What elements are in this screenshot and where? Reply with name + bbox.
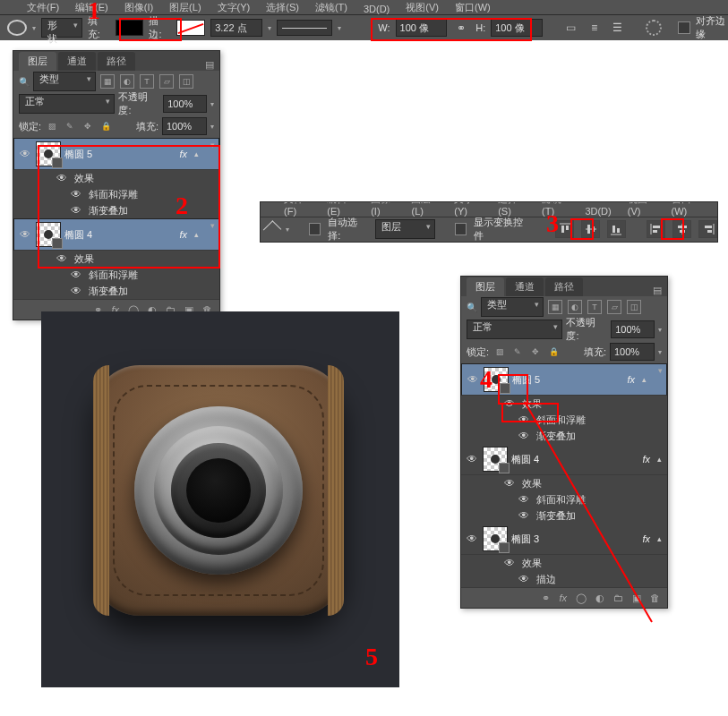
visibility-icon[interactable]: 👁	[55, 252, 69, 265]
filter-type-icon[interactable]: T	[587, 300, 602, 314]
layer-thumbnail[interactable]	[36, 141, 61, 166]
menu-item[interactable]: 编辑(E)	[75, 1, 108, 14]
layer-effect[interactable]: 👁渐变叠加	[13, 202, 219, 218]
tab-layers[interactable]: 图层	[467, 277, 504, 296]
gear-icon[interactable]	[646, 20, 662, 36]
lock-all-icon[interactable]: 🔒	[99, 120, 112, 132]
layer-row[interactable]: 👁椭圆 5fx▴	[13, 138, 219, 170]
filter-pixel-icon[interactable]: ▦	[548, 300, 562, 314]
layer-name[interactable]: 椭圆 3	[511, 533, 638, 546]
align-left-icon[interactable]	[647, 220, 665, 238]
auto-select-target[interactable]: 图层	[375, 219, 435, 239]
layer-effect[interactable]: 👁效果	[461, 475, 667, 491]
visibility-icon[interactable]: 👁	[465, 533, 479, 545]
menu-item[interactable]: 窗口(W)	[455, 1, 491, 14]
align-bottom-icon[interactable]	[607, 220, 626, 238]
link-layers-icon[interactable]: ⚭	[542, 592, 550, 604]
lock-transparent-icon[interactable]: ▨	[493, 345, 506, 358]
tab-channels[interactable]: 通道	[506, 277, 544, 296]
visibility-icon[interactable]: 👁	[502, 557, 517, 569]
layer-effect[interactable]: 👁效果	[461, 555, 667, 571]
lock-all-icon[interactable]: 🔒	[547, 345, 560, 358]
filter-adjust-icon[interactable]: ◐	[568, 300, 582, 314]
delete-layer-icon[interactable]: 🗑	[650, 592, 660, 603]
layer-effect[interactable]: 👁渐变叠加	[461, 428, 667, 444]
layer-mask-icon[interactable]: ◯	[576, 592, 587, 604]
layer-name[interactable]: 椭圆 4	[511, 453, 638, 466]
layer-name[interactable]: 椭圆 5	[512, 373, 623, 387]
move-tool-icon[interactable]	[263, 220, 282, 239]
layer-effect[interactable]: 👁描边	[461, 571, 667, 587]
stroke-swatch[interactable]	[176, 20, 205, 36]
layer-effect[interactable]: 👁斜面和浮雕	[461, 491, 667, 507]
width-field[interactable]: 100 像	[396, 19, 448, 37]
blend-mode-select[interactable]: 正常	[19, 94, 115, 114]
opacity-field[interactable]: 100%	[163, 95, 207, 113]
visibility-icon[interactable]: 👁	[502, 397, 517, 410]
lock-pixels-icon[interactable]: ✎	[511, 345, 524, 358]
align-hcenter-icon[interactable]	[672, 220, 691, 238]
show-transform-checkbox[interactable]	[455, 223, 467, 235]
tab-paths[interactable]: 路径	[545, 277, 583, 296]
visibility-icon[interactable]: 👁	[517, 509, 531, 522]
stroke-style-preview[interactable]	[277, 20, 332, 36]
menu-item[interactable]: 文件(F)	[27, 1, 59, 14]
fx-indicator[interactable]: fx	[179, 229, 187, 240]
lock-position-icon[interactable]: ✥	[529, 345, 542, 358]
visibility-icon[interactable]: 👁	[18, 228, 32, 241]
menu-item[interactable]: 3D(D)	[364, 4, 390, 14]
ellipse-tool-icon[interactable]	[7, 20, 27, 36]
fx-indicator[interactable]: fx	[627, 374, 635, 385]
stroke-width-field[interactable]: 3.22 点	[210, 19, 262, 37]
layer-thumbnail[interactable]	[484, 367, 509, 392]
filter-shape-icon[interactable]: ▱	[159, 74, 174, 89]
layer-name[interactable]: 椭圆 5	[64, 148, 176, 161]
path-ops-icon[interactable]: ▭	[562, 19, 580, 37]
layer-row[interactable]: 👁椭圆 4fx▴	[13, 218, 219, 251]
fx-indicator[interactable]: fx	[642, 454, 650, 465]
lock-transparent-icon[interactable]: ▨	[46, 120, 58, 132]
fill-opacity-field[interactable]: 100%	[610, 343, 655, 361]
menu-item[interactable]: 文字(Y)	[218, 1, 251, 14]
menu-item[interactable]: 选择(S)	[266, 1, 299, 14]
layer-effect[interactable]: 👁斜面和浮雕	[13, 186, 219, 202]
visibility-icon[interactable]: 👁	[55, 172, 69, 184]
fx-indicator[interactable]: fx	[179, 149, 187, 159]
link-wh-icon[interactable]: ⚭	[452, 19, 470, 37]
blend-mode-select[interactable]: 正常	[467, 320, 562, 339]
fill-swatch[interactable]	[116, 20, 144, 36]
layer-thumbnail[interactable]	[36, 222, 61, 247]
layer-effect[interactable]: 👁渐变叠加	[13, 283, 219, 299]
visibility-icon[interactable]: 👁	[517, 493, 531, 506]
path-arrange-icon[interactable]: ☰	[609, 19, 627, 37]
layer-name[interactable]: 椭圆 4	[64, 228, 176, 242]
filter-adjust-icon[interactable]: ◐	[120, 74, 134, 89]
layer-effect[interactable]: 👁渐变叠加	[461, 507, 667, 524]
visibility-icon[interactable]: 👁	[465, 453, 479, 465]
layer-fx-icon[interactable]: fx	[559, 592, 567, 603]
align-top-icon[interactable]	[555, 220, 574, 238]
layer-thumbnail[interactable]	[483, 447, 508, 472]
opacity-field[interactable]: 100%	[611, 320, 655, 338]
panel-menu-icon[interactable]: ▤	[205, 59, 214, 71]
menu-item[interactable]: 视图(V)	[406, 1, 439, 14]
shape-mode-select[interactable]: 形状	[41, 18, 82, 38]
layer-effect[interactable]: 👁效果	[13, 170, 219, 186]
lock-position-icon[interactable]: ✥	[81, 120, 94, 132]
filter-type-select[interactable]: 类型	[33, 72, 96, 91]
tab-channels[interactable]: 通道	[58, 52, 96, 71]
layer-effect[interactable]: 👁效果	[461, 396, 667, 412]
auto-select-checkbox[interactable]	[309, 223, 321, 235]
filter-shape-icon[interactable]: ▱	[607, 300, 621, 314]
align-right-icon[interactable]	[698, 220, 717, 238]
fx-indicator[interactable]: fx	[642, 533, 650, 544]
filter-type-icon[interactable]: T	[140, 74, 154, 89]
lock-pixels-icon[interactable]: ✎	[64, 120, 76, 132]
visibility-icon[interactable]: 👁	[69, 188, 83, 200]
visibility-icon[interactable]: 👁	[517, 573, 531, 585]
menu-item[interactable]: 滤镜(T)	[315, 1, 347, 14]
path-align-icon[interactable]: ≡	[586, 19, 604, 37]
filter-type-select[interactable]: 类型	[481, 297, 544, 317]
layer-row[interactable]: 👁椭圆 5fx▴	[461, 363, 667, 396]
visibility-icon[interactable]: 👁	[69, 204, 83, 217]
